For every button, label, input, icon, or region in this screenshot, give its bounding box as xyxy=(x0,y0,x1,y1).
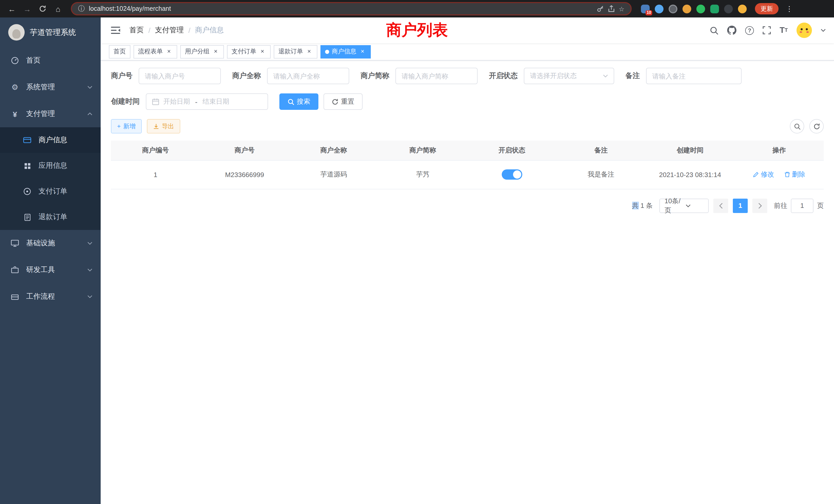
address-bar[interactable]: ⓘ localhost:1024/pay/merchant ☆ xyxy=(71,2,632,16)
close-icon[interactable]: × xyxy=(359,48,366,55)
filter-label: 备注 xyxy=(626,71,640,81)
browser-chrome: ← → ⌂ ⓘ localhost:1024/pay/merchant ☆ 10 xyxy=(0,0,834,18)
key-icon[interactable] xyxy=(597,5,604,12)
filter-merchant-no: 商户号 xyxy=(111,68,221,84)
browser-update-button[interactable]: 更新 xyxy=(755,3,778,14)
extension-icon-4[interactable] xyxy=(682,4,691,13)
url-text[interactable]: localhost:1024/pay/merchant xyxy=(89,5,593,12)
reset-button[interactable]: 重置 xyxy=(324,93,363,110)
merchant-short-name-input-field[interactable] xyxy=(401,72,471,80)
delete-icon xyxy=(784,171,790,178)
sidebar-item-home[interactable]: 首页 xyxy=(0,47,101,74)
tab-merchant-info[interactable]: 商户信息 × xyxy=(321,45,371,58)
breadcrumb-separator: / xyxy=(189,26,191,35)
sidebar-item-pay-orders[interactable]: 支付订单 xyxy=(0,179,101,204)
status-toggle[interactable] xyxy=(502,169,522,180)
sidebar-item-label: 研发工具 xyxy=(26,265,55,275)
bookmark-star-icon[interactable]: ☆ xyxy=(619,5,624,13)
col-create-time: 创建时间 xyxy=(645,141,734,160)
forward-icon[interactable]: → xyxy=(21,2,34,16)
sidebar-item-app-info[interactable]: 应用信息 xyxy=(0,153,101,179)
breadcrumb-payment[interactable]: 支付管理 xyxy=(155,26,184,35)
site-info-icon[interactable]: ⓘ xyxy=(78,4,85,13)
add-button[interactable]: + 新增 xyxy=(111,119,142,134)
sidebar-item-refund-orders[interactable]: 退款订单 xyxy=(0,204,101,230)
tab-pay-orders[interactable]: 支付订单 × xyxy=(227,45,271,58)
merchant-no-input[interactable] xyxy=(139,68,221,84)
close-icon[interactable]: × xyxy=(306,48,313,55)
close-icon[interactable]: × xyxy=(259,48,266,55)
sidebar-item-workflow[interactable]: 工作流程 xyxy=(0,283,101,310)
extension-icon-7[interactable] xyxy=(724,4,733,13)
date-range-picker[interactable]: 开始日期 - 结束日期 xyxy=(146,93,268,110)
plus-icon: + xyxy=(117,123,121,130)
merchant-name-input-field[interactable] xyxy=(273,72,343,80)
briefcase-icon xyxy=(10,293,20,301)
extension-icon-1[interactable]: 10 xyxy=(641,4,650,13)
tab-refund-orders[interactable]: 退款订单 × xyxy=(274,45,317,58)
delete-link[interactable]: 删除 xyxy=(784,170,805,179)
sidebar-item-infra[interactable]: 基础设施 xyxy=(0,230,101,257)
remark-input-field[interactable] xyxy=(652,72,736,80)
share-icon[interactable] xyxy=(608,5,615,12)
home-icon[interactable]: ⌂ xyxy=(51,2,65,16)
logo-avatar xyxy=(8,24,25,41)
remark-input[interactable] xyxy=(646,68,742,84)
sidebar-item-label: 工作流程 xyxy=(26,292,55,301)
user-avatar[interactable] xyxy=(796,23,812,38)
merchant-short-name-input[interactable] xyxy=(395,68,478,84)
sidebar-item-merchant-info[interactable]: 商户信息 xyxy=(0,127,101,153)
search-button[interactable]: 搜索 xyxy=(279,93,319,110)
breadcrumb-home[interactable]: 首页 xyxy=(129,26,144,35)
tab-process-form[interactable]: 流程表单 × xyxy=(133,45,177,58)
status-select-placeholder: 请选择开启状态 xyxy=(530,71,600,81)
caret-down-icon[interactable] xyxy=(821,29,826,32)
calendar-icon xyxy=(152,98,159,105)
page-number-button[interactable]: 1 xyxy=(733,198,748,213)
prev-page-button[interactable] xyxy=(713,198,728,213)
close-icon[interactable]: × xyxy=(166,48,173,55)
tab-home[interactable]: 首页 xyxy=(109,45,130,58)
browser-menu-icon[interactable]: ⋮ xyxy=(784,5,795,13)
next-page-button[interactable] xyxy=(752,198,767,213)
search-icon[interactable] xyxy=(710,26,719,35)
extension-icon-5[interactable] xyxy=(696,4,705,13)
reload-icon[interactable] xyxy=(36,2,49,16)
merchant-no-input-field[interactable] xyxy=(145,72,215,80)
refresh-icon xyxy=(332,98,338,105)
toggle-search-button[interactable] xyxy=(790,119,804,134)
export-button[interactable]: 导出 xyxy=(147,119,180,134)
goto-page-input[interactable] xyxy=(791,198,813,213)
page-size-select[interactable]: 10条/页 xyxy=(659,198,709,213)
filter-create-time: 创建时间 开始日期 - 结束日期 xyxy=(111,93,268,110)
extension-icon-2[interactable] xyxy=(655,4,663,13)
refresh-table-button[interactable] xyxy=(809,119,824,134)
date-separator: - xyxy=(195,98,197,106)
add-button-label: 新增 xyxy=(123,122,136,131)
sidebar-item-payment[interactable]: ¥ 支付管理 xyxy=(0,100,101,127)
help-icon[interactable]: ? xyxy=(745,26,754,35)
export-button-label: 导出 xyxy=(162,122,174,131)
sidebar-item-system[interactable]: ⚙ 系统管理 xyxy=(0,74,101,100)
extension-icon-3[interactable] xyxy=(668,4,677,13)
github-icon[interactable] xyxy=(727,26,737,35)
breadcrumb: 首页 / 支付管理 / 商户信息 xyxy=(129,26,224,35)
font-size-icon[interactable]: TT xyxy=(780,26,788,35)
app-logo[interactable]: 芋道管理系统 xyxy=(0,18,101,47)
status-select[interactable]: 请选择开启状态 xyxy=(524,68,614,84)
refresh-icon xyxy=(813,123,820,130)
delete-link-label: 删除 xyxy=(792,170,805,179)
extension-icon-8[interactable] xyxy=(738,4,747,13)
sidebar-item-devtools[interactable]: 研发工具 xyxy=(0,257,101,283)
hamburger-icon[interactable] xyxy=(109,24,122,37)
col-merchant-no: 商户号 xyxy=(200,141,289,160)
fullscreen-icon[interactable] xyxy=(763,26,771,35)
close-icon[interactable]: × xyxy=(212,48,219,55)
extension-icon-6[interactable] xyxy=(710,4,719,13)
card-icon xyxy=(23,136,32,144)
merchant-name-input[interactable] xyxy=(267,68,349,84)
sidebar-item-label: 系统管理 xyxy=(26,83,55,92)
edit-link[interactable]: 修改 xyxy=(753,170,774,179)
back-icon[interactable]: ← xyxy=(5,2,19,16)
tab-user-group[interactable]: 用户分组 × xyxy=(180,45,224,58)
